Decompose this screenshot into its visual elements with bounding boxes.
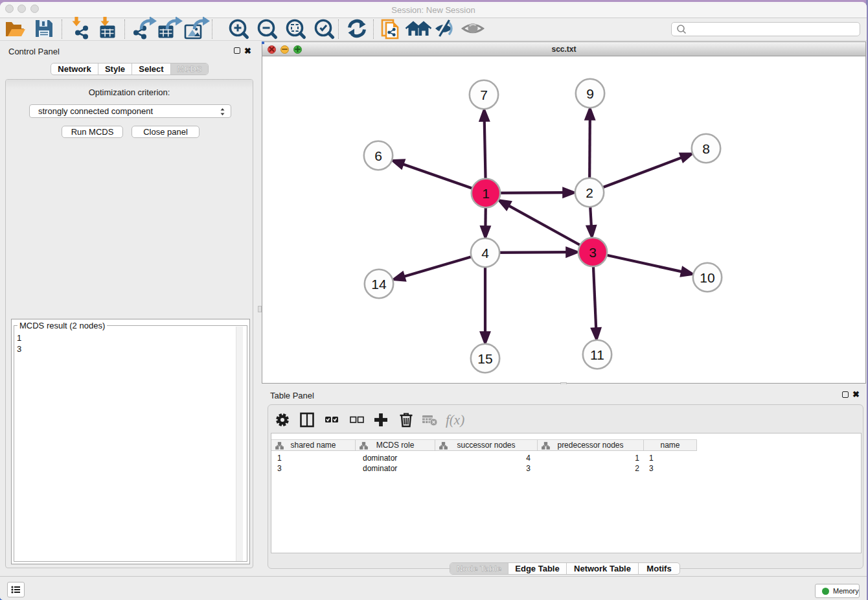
svg-text:3: 3: [589, 245, 597, 260]
svg-text:7: 7: [480, 87, 488, 102]
svg-text:9: 9: [586, 86, 594, 101]
svg-text:10: 10: [700, 270, 714, 285]
svg-text:15: 15: [477, 351, 492, 366]
svg-text:2: 2: [586, 185, 593, 200]
svg-text:f(x): f(x): [446, 412, 464, 428]
svg-text:1: 1: [482, 186, 490, 201]
svg-text:14: 14: [371, 277, 387, 292]
svg-text:8: 8: [702, 141, 710, 156]
svg-text:6: 6: [374, 148, 382, 163]
svg-text:11: 11: [590, 347, 604, 362]
svg-text:4: 4: [481, 246, 489, 260]
